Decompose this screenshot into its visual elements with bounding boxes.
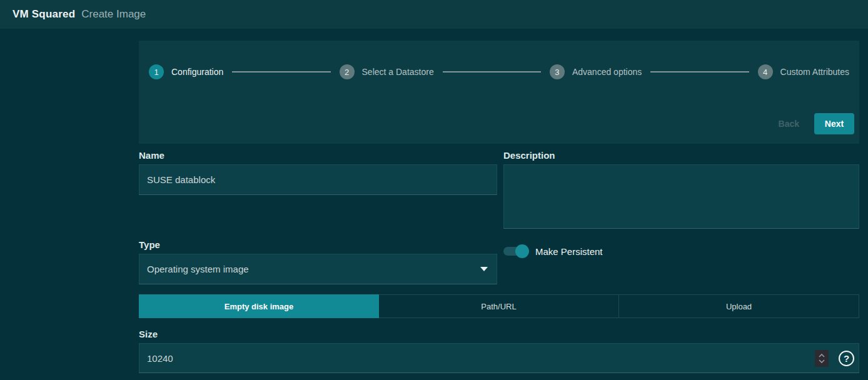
help-icon[interactable]: ? [839,351,854,366]
next-button[interactable]: Next [814,113,854,134]
size-input[interactable] [139,344,815,372]
type-selected-value: Operating system image [147,264,249,274]
chevron-down-icon [480,267,488,271]
page-title: Create Image [81,8,146,21]
number-stepper-icon[interactable] [815,350,829,367]
step-4-label: Custom Attributes [780,67,850,77]
size-field: ? [139,343,859,373]
step-4-badge: 4 [758,64,773,79]
step-configuration[interactable]: 1 Configuration [149,64,223,79]
wizard-buttons: Back Next [770,113,854,134]
image-source-tabs: Empty disk image Path/URL Upload [139,294,859,318]
step-connector [443,71,541,72]
step-connector [232,71,330,72]
tab-path-url[interactable]: Path/URL [379,294,619,318]
step-1-label: Configuration [171,67,223,77]
step-advanced-options[interactable]: 3 Advanced options [550,64,642,79]
back-button[interactable]: Back [770,114,808,134]
tab-empty-disk-image[interactable]: Empty disk image [139,294,379,318]
wizard-stepper: 1 Configuration 2 Select a Datastore 3 A… [139,41,859,79]
chevron-up-icon [819,354,825,358]
size-label: Size [139,329,158,339]
step-custom-attributes[interactable]: 4 Custom Attributes [758,64,850,79]
name-input[interactable] [139,164,497,195]
type-label: Type [139,239,160,250]
wizard-card: 1 Configuration 2 Select a Datastore 3 A… [139,41,859,144]
description-textarea[interactable] [503,164,859,229]
step-3-badge: 3 [550,64,565,79]
step-2-label: Select a Datastore [362,67,434,77]
app-header: VM Squared Create Image [0,0,868,29]
tab-upload[interactable]: Upload [619,294,859,318]
description-label: Description [503,150,555,161]
toggle-knob-icon [515,244,529,258]
create-image-page: { "header": { "brand": "VM Squared", "pa… [0,0,868,380]
step-2-badge: 2 [340,64,355,79]
name-label: Name [139,150,164,161]
brand-title: VM Squared [13,8,75,21]
step-connector [650,71,749,72]
make-persistent-toggle[interactable] [503,247,527,256]
step-3-label: Advanced options [572,67,642,77]
step-select-datastore[interactable]: 2 Select a Datastore [340,64,434,79]
step-1-badge: 1 [149,64,164,79]
type-select[interactable]: Operating system image [139,254,497,284]
make-persistent-label: Make Persistent [535,246,603,257]
chevron-down-icon [819,359,825,363]
make-persistent-row: Make Persistent [503,244,603,258]
